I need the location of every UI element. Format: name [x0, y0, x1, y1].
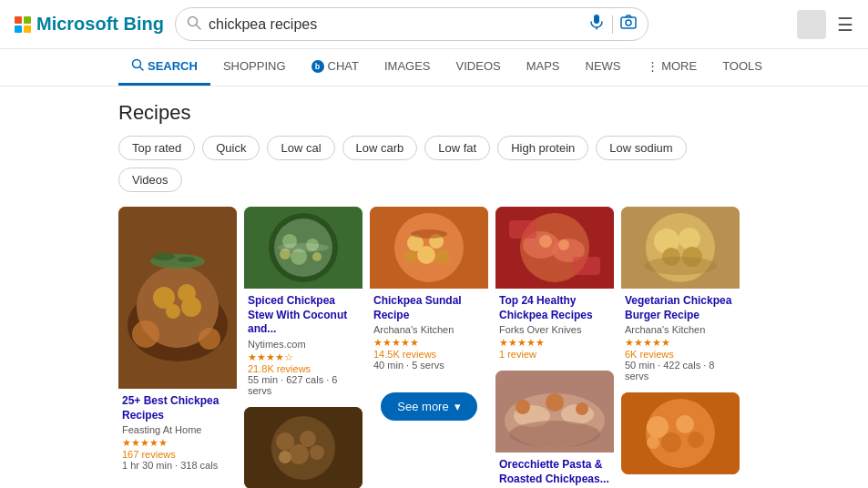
see-more-container: See more ▾ — [370, 381, 488, 432]
see-more-button[interactable]: See more ▾ — [381, 392, 476, 421]
recipe-image-2 — [244, 207, 363, 289]
tab-chat-label: CHAT — [328, 59, 359, 73]
filter-videos[interactable]: Videos — [118, 168, 182, 192]
tab-chat[interactable]: b CHAT — [299, 50, 372, 85]
see-more-label: See more — [397, 400, 448, 413]
recipe-image-4 — [495, 207, 614, 289]
svg-point-72 — [688, 432, 704, 448]
svg-point-41 — [404, 250, 417, 263]
svg-point-32 — [300, 431, 316, 447]
recipe-source-5: Archana's Kitchen — [625, 324, 736, 335]
filter-low-cal[interactable]: Low cal — [267, 136, 334, 160]
recipe-meta-3: 40 min · 5 servs — [373, 360, 485, 371]
svg-point-73 — [647, 436, 659, 449]
recipe-card-large[interactable]: 25+ Best Chickpea Recipes Feasting At Ho… — [118, 207, 237, 474]
recipe-card-3[interactable]: Chickpea Sundal Recipe Archana's Kitchen… — [370, 207, 488, 374]
logo-square-blue — [15, 25, 22, 33]
recipe-card-8[interactable]: Orecchiette Pasta & Roasted Chickpeas...… — [495, 371, 614, 488]
filter-pills: Top rated Quick Low cal Low carb Low fat… — [118, 136, 750, 192]
svg-line-1 — [197, 25, 201, 29]
recipe-image-8 — [495, 371, 614, 452]
recipe-card-2[interactable]: Spiced Chickpea Stew With Coconut and...… — [244, 207, 363, 400]
search-input[interactable] — [209, 16, 581, 33]
recipe-card-4[interactable]: Top 24 Healthy Chickpea Recipes Forks Ov… — [495, 207, 614, 363]
recipe-stars-large: ★★★★★ — [122, 437, 233, 449]
tab-videos[interactable]: VIDEOS — [444, 50, 514, 85]
svg-point-28 — [278, 243, 329, 252]
recipe-reviews-3: 14.5K reviews — [373, 349, 485, 360]
recipe-title-3: Chickpea Sundal Recipe — [373, 294, 485, 322]
recipe-info-2: Spiced Chickpea Stew With Coconut and...… — [244, 289, 363, 400]
logo-square-yellow — [24, 25, 31, 33]
recipe-image-6 — [244, 407, 363, 488]
svg-point-43 — [411, 229, 447, 239]
mic-icon[interactable] — [588, 14, 605, 35]
tab-videos-label: VIDEOS — [456, 59, 501, 73]
camera-icon[interactable] — [620, 14, 637, 35]
tab-tools[interactable]: TOOLS — [710, 50, 775, 85]
tab-news[interactable]: NEWS — [573, 50, 634, 85]
recipe-source-4: Forks Over Knives — [499, 324, 610, 335]
svg-point-16 — [153, 253, 175, 260]
search-tab-icon — [131, 58, 144, 74]
svg-line-7 — [140, 67, 144, 71]
recipe-card-5[interactable]: Vegetarian Chickpea Burger Recipe Archan… — [621, 207, 740, 385]
recipe-title-large: 25+ Best Chickpea Recipes — [122, 394, 233, 422]
recipe-info-8: Orecchiette Pasta & Roasted Chickpeas...… — [495, 452, 614, 488]
recipe-card-9[interactable] — [621, 392, 740, 474]
section-title: Recipes — [118, 101, 750, 125]
tab-maps-label: MAPS — [526, 59, 560, 73]
recipe-stars-5: ★★★★★ — [625, 337, 736, 349]
svg-rect-2 — [594, 15, 599, 24]
svg-point-59 — [509, 421, 600, 448]
svg-point-40 — [417, 246, 435, 264]
recipe-reviews-4: 1 review — [499, 349, 610, 360]
filter-quick[interactable]: Quick — [202, 136, 260, 160]
filter-high-protein[interactable]: High protein — [497, 136, 588, 160]
tab-more[interactable]: ⋮ MORE — [634, 50, 710, 85]
logo-square-green — [24, 16, 31, 24]
recipe-card-6[interactable] — [244, 407, 363, 488]
filter-low-carb[interactable]: Low carb — [342, 136, 418, 160]
logo: Microsoft Bing — [15, 14, 164, 35]
tab-shopping-label: SHOPPING — [223, 59, 286, 73]
divider — [612, 15, 613, 34]
avatar[interactable] — [797, 10, 826, 39]
tab-maps[interactable]: MAPS — [514, 50, 573, 85]
recipe-image-5 — [621, 207, 740, 289]
filter-top-rated[interactable]: Top rated — [118, 136, 195, 160]
filter-low-fat[interactable]: Low fat — [424, 136, 490, 160]
nav-tabs: SEARCH SHOPPING b CHAT IMAGES VIDEOS MAP… — [0, 49, 868, 86]
svg-point-14 — [181, 297, 201, 317]
recipe-source-2: Nytimes.com — [248, 339, 359, 350]
recipe-image-large — [118, 207, 237, 389]
hamburger-menu-icon[interactable]: ☰ — [837, 14, 853, 36]
svg-point-49 — [558, 239, 569, 250]
search-icon — [187, 15, 201, 34]
recipe-info-4: Top 24 Healthy Chickpea Recipes Forks Ov… — [495, 289, 614, 363]
recipe-info-5: Vegetarian Chickpea Burger Recipe Archan… — [621, 289, 740, 385]
svg-point-63 — [679, 228, 700, 249]
filter-low-sodium[interactable]: Low sodium — [596, 136, 686, 160]
svg-point-18 — [132, 320, 159, 348]
logo-text: Microsoft Bing — [36, 14, 164, 35]
tab-tools-label: TOOLS — [722, 59, 762, 73]
main-content: Recipes Top rated Quick Low cal Low carb… — [0, 86, 868, 488]
header: Microsoft Bing ☰ — [0, 0, 868, 49]
tab-search[interactable]: SEARCH — [118, 49, 210, 86]
svg-point-58 — [576, 402, 588, 415]
tab-images[interactable]: IMAGES — [372, 50, 444, 85]
tab-news-label: NEWS — [586, 59, 621, 73]
recipe-source-large: Feasting At Home — [122, 424, 233, 435]
recipe-stars-3: ★★★★★ — [373, 337, 485, 349]
svg-point-71 — [661, 432, 681, 452]
tab-shopping[interactable]: SHOPPING — [210, 50, 299, 85]
svg-point-27 — [312, 252, 322, 261]
svg-rect-50 — [509, 220, 536, 239]
recipe-title-5: Vegetarian Chickpea Burger Recipe — [625, 294, 736, 322]
svg-point-19 — [199, 328, 220, 350]
svg-point-13 — [166, 304, 180, 319]
recipe-title-2: Spiced Chickpea Stew With Coconut and... — [248, 294, 359, 337]
svg-point-56 — [516, 400, 530, 414]
svg-point-42 — [435, 249, 450, 264]
